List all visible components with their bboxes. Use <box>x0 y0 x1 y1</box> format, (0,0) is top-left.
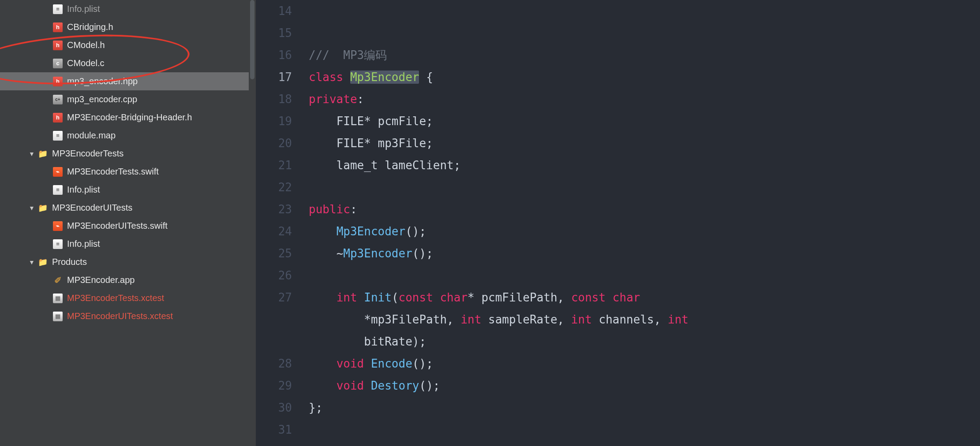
file-tree-item[interactable]: ≡Info.plist <box>0 0 256 18</box>
file-tree-item[interactable]: ≡module.map <box>0 126 256 145</box>
file-tree-item[interactable]: ✐MP3Encoder.app <box>0 271 256 289</box>
file-tree-item[interactable]: ⌁MP3EncoderUITests.swift <box>0 217 256 235</box>
code-line[interactable]: void Encode(); <box>309 353 980 375</box>
line-number: 25 <box>256 242 292 264</box>
file-tree: ≡Info.plisthCBridging.hhCModel.hcCModel.… <box>0 0 256 325</box>
file-tree-item-label: CModel.c <box>67 58 104 68</box>
code-line[interactable]: Mp3Encoder(); <box>309 220 980 242</box>
file-tree-item[interactable]: ≡Info.plist <box>0 181 256 199</box>
code-token: Mp3Encoder <box>350 71 419 84</box>
code-token <box>309 291 337 304</box>
code-token: int <box>571 313 592 326</box>
file-tree-item[interactable]: c+mp3_encoder.cpp <box>0 90 256 108</box>
code-line[interactable] <box>309 0 980 22</box>
code-line[interactable]: public: <box>309 198 980 220</box>
line-number: 21 <box>256 154 292 176</box>
line-number: 26 <box>256 264 292 286</box>
file-tree-item-label: Info.plist <box>67 4 100 14</box>
code-line[interactable]: FILE* mp3File; <box>309 132 980 154</box>
line-number: 24 <box>256 220 292 242</box>
code-token <box>309 137 337 150</box>
code-line[interactable] <box>309 264 980 286</box>
file-tree-item[interactable]: cCModel.c <box>0 54 256 72</box>
file-tree-item[interactable]: hmp3_encoder.hpp <box>0 72 256 90</box>
code-line[interactable] <box>309 176 980 198</box>
line-number: 20 <box>256 132 292 154</box>
code-token: int <box>460 313 481 326</box>
code-line[interactable]: }; <box>309 397 980 419</box>
code-line[interactable]: class Mp3Encoder { <box>309 66 980 88</box>
file-tree-item[interactable]: hMP3Encoder-Bridging-Header.h <box>0 108 256 126</box>
code-token: /// MP3编码 <box>309 48 387 62</box>
disclosure-triangle-icon[interactable]: ▼ <box>27 150 36 157</box>
code-token: Mp3Encoder <box>343 247 412 260</box>
code-token: class <box>309 71 343 84</box>
swift-file-icon: ⌁ <box>53 221 63 231</box>
code-line[interactable]: *mp3FilePath, int sampleRate, int channe… <box>309 308 980 331</box>
code-token: char <box>440 291 468 304</box>
code-token <box>309 379 337 392</box>
code-line[interactable]: /// MP3编码 <box>309 44 980 66</box>
file-navigator[interactable]: ≡Info.plisthCBridging.hhCModel.hcCModel.… <box>0 0 256 446</box>
code-token: const <box>571 291 606 304</box>
code-line[interactable]: int Init(const char* pcmFilePath, const … <box>309 286 980 308</box>
scrollbar-thumb[interactable] <box>250 0 254 79</box>
c-file-icon: c <box>53 59 63 68</box>
xctest-file-icon: ▦ <box>53 294 63 303</box>
line-number: 19 <box>256 110 292 132</box>
code-token: Encode <box>371 357 412 370</box>
plist-file-icon: ≡ <box>53 4 63 14</box>
code-token: }; <box>309 401 322 414</box>
file-tree-item-label: MP3EncoderTests.xctest <box>67 293 164 303</box>
code-line[interactable]: void Destory(); <box>309 375 980 397</box>
h-file-icon: h <box>53 41 63 50</box>
code-token: channels, <box>592 313 668 326</box>
xctest-file-icon: ▦ <box>53 312 63 321</box>
code-token: ~ <box>337 247 344 260</box>
file-tree-item[interactable]: hCModel.h <box>0 36 256 54</box>
code-line[interactable]: bitRate); <box>309 331 980 353</box>
code-token: public <box>309 203 350 216</box>
line-number <box>256 331 292 353</box>
h-file-icon: h <box>53 113 63 123</box>
app-root: ≡Info.plisthCBridging.hhCModel.hcCModel.… <box>0 0 980 446</box>
disclosure-triangle-icon[interactable]: ▼ <box>27 204 36 212</box>
file-tree-item-label: Info.plist <box>67 185 100 195</box>
file-tree-item[interactable]: ▦MP3EncoderUITests.xctest <box>0 307 256 325</box>
file-tree-item[interactable]: hCBridging.h <box>0 18 256 36</box>
sidebar-scrollbar[interactable] <box>249 0 256 446</box>
file-tree-item[interactable]: ▦MP3EncoderTests.xctest <box>0 289 256 307</box>
code-line[interactable] <box>309 419 980 441</box>
line-number: 15 <box>256 22 292 44</box>
file-tree-item[interactable]: ▼📁MP3EncoderUITests <box>0 199 256 217</box>
code-token: ( <box>392 291 399 304</box>
code-line[interactable]: ~Mp3Encoder(); <box>309 242 980 264</box>
code-token: Destory <box>371 379 419 392</box>
code-token <box>309 225 337 238</box>
folder-file-icon: 📁 <box>38 149 48 159</box>
line-number <box>256 308 292 331</box>
file-tree-item[interactable]: ▼📁MP3EncoderTests <box>0 145 256 163</box>
code-area[interactable]: /// MP3编码class Mp3Encoder {private: FILE… <box>305 0 980 446</box>
code-token: (); <box>412 247 433 260</box>
folder-file-icon: 📁 <box>38 203 48 213</box>
code-line[interactable] <box>309 22 980 44</box>
file-tree-item[interactable]: ▼📁Products <box>0 253 256 271</box>
file-tree-item[interactable]: ≡Info.plist <box>0 235 256 253</box>
disclosure-triangle-icon[interactable]: ▼ <box>27 259 36 266</box>
h-file-icon: h <box>53 22 63 32</box>
code-line[interactable]: FILE* pcmFile; <box>309 110 980 132</box>
code-token: int <box>668 313 688 326</box>
line-number: 27 <box>256 286 292 308</box>
line-number: 30 <box>256 397 292 419</box>
code-line[interactable]: private: <box>309 88 980 110</box>
h-file-icon: h <box>53 77 63 86</box>
code-editor[interactable]: 14151617181920212223242526272829303132 /… <box>256 0 980 446</box>
code-line[interactable]: #endif /* mp3_encoder_h */ <box>309 441 980 446</box>
file-tree-item[interactable]: ⌁MP3EncoderTests.swift <box>0 163 256 181</box>
code-line[interactable]: lame_t lameClient; <box>309 154 980 176</box>
file-tree-item-label: MP3EncoderTests <box>52 149 123 159</box>
swift-file-icon: ⌁ <box>53 167 63 177</box>
line-number: 16 <box>256 44 292 66</box>
code-token <box>606 291 613 304</box>
